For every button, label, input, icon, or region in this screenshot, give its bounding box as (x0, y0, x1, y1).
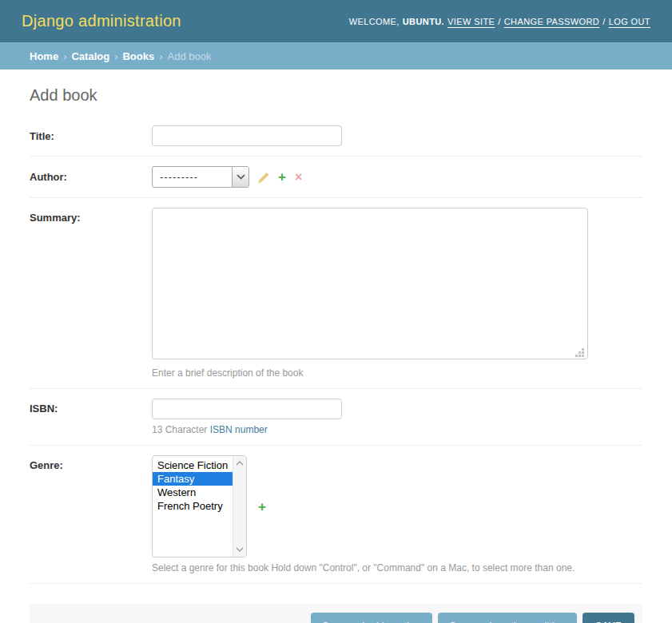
breadcrumb-separator: › (159, 50, 162, 62)
title-input[interactable] (152, 125, 342, 146)
submit-row: Save and add another Save and continue e… (30, 604, 642, 623)
genre-option[interactable]: Fantasy (153, 472, 233, 486)
edit-author-pencil-icon[interactable] (259, 172, 268, 181)
isbn-number-link[interactable]: ISBN number (210, 424, 268, 435)
isbn-help-text: 13 Character ISBN number (152, 424, 342, 435)
breadcrumb-separator: › (63, 50, 66, 62)
genre-multiselect[interactable]: Science FictionFantasyWesternFrench Poet… (152, 455, 247, 558)
genre-control: Science FictionFantasyWesternFrench Poet… (152, 455, 575, 558)
breadcrumb-home[interactable]: Home (30, 50, 58, 62)
save-button[interactable]: SAVE (583, 613, 634, 623)
author-selected-value: --------- (153, 167, 232, 187)
isbn-field-row: ISBN: 13 Character ISBN number (30, 389, 642, 446)
site-title-link[interactable]: Django administration (22, 12, 181, 30)
title-label: Title: (30, 130, 152, 142)
separator: / (602, 17, 605, 26)
isbn-help-prefix: 13 Character (152, 424, 210, 435)
delete-author-x-icon[interactable]: × (295, 171, 302, 184)
author-control: --------- + × (152, 166, 302, 188)
admin-header: Django administration WELCOME, UBUNTU. V… (0, 0, 672, 42)
breadcrumb-separator: › (114, 50, 117, 62)
breadcrumb: Home › Catalog › Books › Add book (0, 42, 672, 69)
breadcrumb-books[interactable]: Books (122, 50, 154, 62)
genre-control-wrap: Science FictionFantasyWesternFrench Poet… (152, 455, 575, 573)
breadcrumb-current: Add book (168, 50, 212, 62)
genre-option[interactable]: French Poetry (153, 499, 233, 513)
save-and-continue-button[interactable]: Save and continue editing (438, 613, 577, 623)
resize-grip-icon[interactable] (582, 355, 584, 357)
change-password-link[interactable]: CHANGE PASSWORD (504, 17, 599, 26)
author-select[interactable]: --------- (152, 166, 249, 188)
isbn-control: 13 Character ISBN number (152, 399, 342, 435)
genre-help-text: Select a genre for this book Hold down "… (152, 562, 575, 573)
chevron-down-icon[interactable] (232, 167, 249, 187)
title-field-row: Title: (30, 116, 642, 157)
summary-help-text: Enter a brief description of the book (152, 367, 588, 379)
listbox-scrollbar[interactable] (233, 456, 246, 557)
add-book-form: Title: Author: --------- + × Summ (30, 116, 642, 584)
scroll-up-icon[interactable] (236, 461, 244, 466)
summary-field-row: Summary: Enter a brief description of th… (30, 198, 642, 389)
isbn-label: ISBN: (30, 399, 152, 415)
separator: / (498, 17, 500, 26)
page-title: Add book (30, 86, 642, 105)
author-field-row: Author: --------- + × (30, 157, 642, 198)
add-author-plus-icon[interactable]: + (278, 170, 286, 184)
view-site-link[interactable]: VIEW SITE (447, 17, 495, 26)
breadcrumb-catalog[interactable]: Catalog (71, 50, 109, 62)
isbn-input[interactable] (152, 399, 342, 419)
log-out-link[interactable]: LOG OUT (609, 17, 650, 26)
main-content: Add book Title: Author: --------- + × (0, 86, 672, 584)
author-related-actions: + × (259, 170, 302, 184)
add-genre-plus-icon[interactable]: + (258, 500, 266, 514)
genre-option[interactable]: Science Fiction (153, 458, 233, 472)
genre-options: Science FictionFantasyWesternFrench Poet… (153, 456, 233, 557)
summary-control: Enter a brief description of the book (152, 208, 588, 379)
welcome-text: WELCOME, (349, 17, 400, 26)
summary-textarea-wrap (152, 208, 588, 363)
genre-field-row: Genre: Science FictionFantasyWesternFren… (30, 446, 642, 584)
genre-option[interactable]: Western (153, 486, 233, 499)
summary-textarea[interactable] (152, 208, 588, 359)
username: UBUNTU. (403, 17, 444, 26)
summary-label: Summary: (30, 208, 152, 224)
scroll-down-icon[interactable] (236, 547, 244, 552)
genre-label: Genre: (30, 455, 152, 471)
user-tools: WELCOME, UBUNTU. VIEW SITE / CHANGE PASS… (349, 17, 650, 26)
author-label: Author: (30, 171, 152, 183)
save-and-add-another-button[interactable]: Save and add another (311, 613, 432, 623)
